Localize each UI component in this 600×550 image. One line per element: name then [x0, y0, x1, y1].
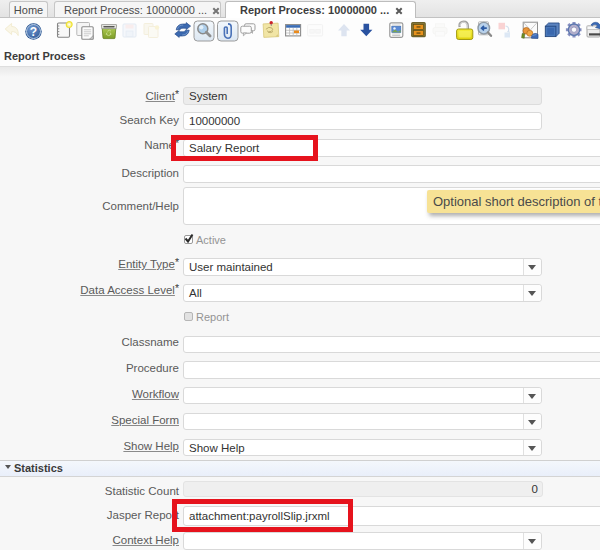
svg-text:?: ?: [30, 25, 37, 39]
